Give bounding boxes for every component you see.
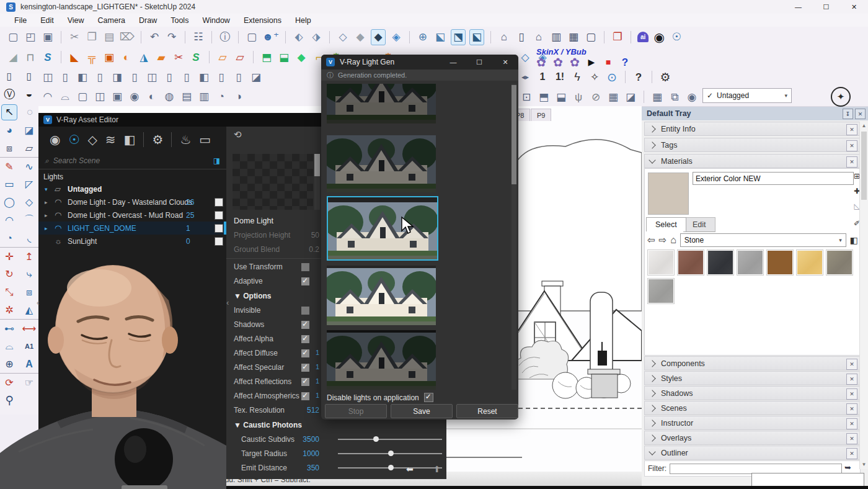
lights-category-icon[interactable]: ☉ (68, 132, 79, 147)
frame-shape-icon[interactable]: ▢ (76, 89, 89, 104)
sketchy-cube-icon[interactable]: ◇ (518, 50, 532, 65)
menu-item[interactable]: File (7, 16, 33, 25)
delete-icon[interactable]: ⌦ (120, 30, 135, 45)
terrain-tool-icon[interactable]: ◮ (137, 50, 151, 65)
panel-components[interactable]: Components ✕ (644, 356, 861, 370)
swatch-charcoal-stone[interactable] (707, 249, 734, 276)
panel-close-icon[interactable]: ✕ (846, 124, 857, 135)
panel-close-icon[interactable]: ✕ (846, 388, 857, 400)
swatch-gray-marble[interactable] (826, 249, 853, 276)
swatch-travertine[interactable] (796, 249, 823, 276)
style-monochrome-icon[interactable]: ◈ (389, 30, 403, 45)
light-sunlight[interactable]: ☼ SunLight 0 (38, 235, 226, 248)
help-icon[interactable]: ? (632, 70, 645, 84)
lightning-tool-icon[interactable]: ϟ (570, 70, 584, 84)
light-group-untagged[interactable]: ▾ ▱ Untagged (38, 182, 226, 195)
lightgen-thumb-3-selected[interactable] (327, 196, 438, 261)
flag-tool-icon[interactable]: ▱ (216, 50, 229, 65)
property-checkbox[interactable] (301, 307, 309, 315)
property-checkbox[interactable] (301, 364, 309, 372)
scroll-up-icon[interactable]: ▲ (861, 123, 867, 128)
separator[interactable] (238, 31, 239, 43)
tab-edit[interactable]: Edit (683, 217, 715, 232)
redo-icon[interactable]: ↷ (165, 30, 179, 45)
tag-tool-icon[interactable]: ▱ (22, 141, 37, 156)
vray-toolbar-icon[interactable]: Ⓥ (2, 87, 17, 102)
double-window-icon[interactable]: ◫ (145, 70, 159, 84)
layout-export-icon[interactable]: ❐ (611, 30, 624, 45)
separator[interactable] (285, 31, 286, 43)
window-sash-icon-2[interactable]: ◨ (110, 70, 124, 84)
render-elements-icon[interactable]: ◧ (124, 132, 136, 147)
dialog-close-button[interactable]: ✕ (492, 55, 518, 70)
value-slider[interactable] (338, 453, 442, 454)
separator[interactable] (409, 31, 410, 43)
light-gen-titlebar[interactable]: V V-Ray Light Gen — ☐ ✕ (321, 55, 518, 70)
eye-component-icon[interactable]: ◉ (685, 89, 699, 104)
window-sash-icon-1[interactable]: ◧ (76, 70, 89, 84)
property-checkbox[interactable] (301, 335, 309, 343)
visibility-checkbox[interactable] (215, 211, 223, 220)
visibility-checkbox[interactable] (215, 198, 223, 207)
circle-tool-icon[interactable]: ◯ (2, 195, 17, 210)
ai-tool-icon[interactable]: ai (637, 32, 649, 42)
back-arrow-icon[interactable]: ⬅ (406, 464, 414, 474)
panel-entity-info[interactable]: Entity Info ✕ (644, 122, 861, 136)
grill-shape-icon[interactable]: ▥ (197, 89, 211, 104)
skatter-cube-icon[interactable]: ⬒ (260, 50, 273, 65)
separator[interactable] (171, 132, 172, 147)
two-point-arc-icon[interactable]: ⌒ (22, 213, 37, 228)
panel-close-icon[interactable]: ✕ (846, 359, 857, 370)
clamp-tool-icon[interactable]: ⊓ (24, 50, 37, 65)
tray-scrollbar[interactable]: ▲ ▼ (859, 122, 868, 469)
menu-item[interactable]: Edit (33, 16, 61, 25)
separator[interactable] (652, 71, 652, 83)
menu-item[interactable]: Camera (91, 16, 132, 25)
tag-filter-dropdown[interactable]: ✓ Untagged ▾ (702, 88, 792, 103)
material-name-input[interactable] (693, 172, 854, 185)
forward-arrow-icon[interactable]: ⇨ (659, 235, 667, 246)
separator[interactable] (604, 31, 604, 43)
tray-header[interactable]: Default Tray ↧ ✕ (642, 107, 868, 120)
measurements-box[interactable] (751, 473, 864, 487)
double-door-icon[interactable]: ◫ (41, 70, 55, 84)
leaf-tool-icon[interactable]: ⊘ (589, 89, 603, 104)
style-shaded-textures-icon[interactable]: ◆ (371, 29, 386, 45)
door-leaf-icon-7[interactable]: ▯ (180, 70, 193, 84)
export-cube-icon[interactable]: ⬓ (554, 89, 568, 104)
panel-close-icon[interactable]: ✕ (846, 418, 857, 429)
separator[interactable] (631, 31, 631, 43)
swatch-gray-speckle[interactable] (737, 249, 764, 276)
panel-instructor[interactable]: Instructor ✕ (644, 416, 861, 430)
light-dome-overcast[interactable]: ▸ ◠ Dome Light - Overcast - Mud Road 25 (38, 209, 226, 222)
separator[interactable] (644, 91, 644, 103)
paint-bucket-icon[interactable]: ◕ (2, 123, 17, 138)
property-checkbox[interactable] (301, 263, 309, 271)
settings-icon[interactable]: ⚙ (152, 132, 163, 147)
lasso-tool-icon[interactable]: ◌ (22, 105, 37, 120)
freehand-tool-icon[interactable]: ∿ (22, 159, 37, 174)
louver-shape-icon[interactable]: ▤ (180, 89, 193, 104)
frame-buffer-icon[interactable]: ▭ (199, 132, 211, 147)
property-checkbox[interactable] (301, 349, 309, 357)
material-category-dropdown[interactable]: Stone ▾ (680, 233, 846, 247)
panel-materials[interactable]: Materials ✕ (644, 154, 861, 168)
import-cube-icon[interactable]: ⬒ (537, 89, 551, 104)
property-checkbox[interactable] (301, 277, 309, 285)
frame-component-icon[interactable]: ▦ (567, 30, 580, 45)
door-leaf-icon-3[interactable]: ▯ (58, 70, 72, 84)
flag-delete-icon[interactable]: ▱ (233, 50, 247, 65)
section-display-icon[interactable]: ⬕ (433, 30, 447, 45)
new-document-icon[interactable]: ▢ (245, 30, 259, 45)
swatch-brown-stone[interactable] (766, 249, 794, 276)
portal-shape-icon[interactable]: ◫ (93, 89, 107, 104)
swatch-red-granite[interactable] (677, 249, 704, 276)
panel-scenes[interactable]: Scenes ✕ (644, 401, 861, 415)
arc-tool-icon[interactable]: ◠ (2, 213, 17, 228)
lightgen-thumb-2[interactable] (327, 135, 436, 192)
back-arrow-icon[interactable]: ⇦ (647, 235, 655, 246)
panel-styles[interactable]: Styles ✕ (644, 371, 861, 385)
lightgen-thumb-1[interactable] (327, 84, 436, 123)
separator[interactable] (209, 51, 210, 63)
separator[interactable] (61, 31, 61, 43)
